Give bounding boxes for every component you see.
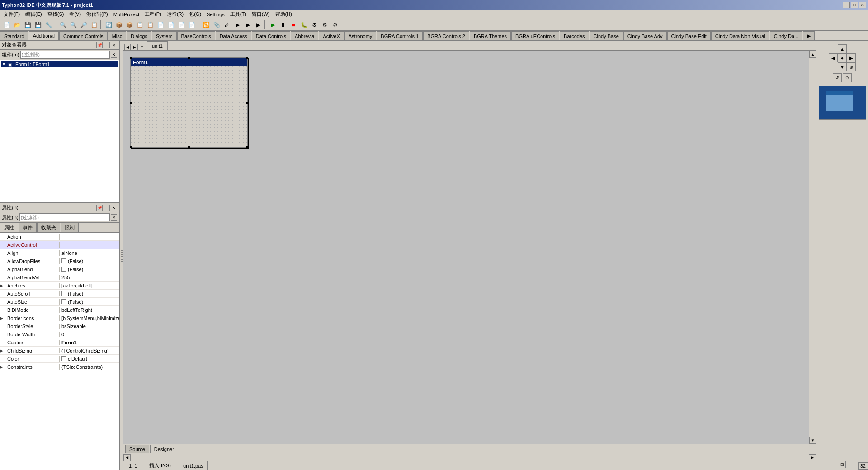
prop-row-bidimode[interactable]: BiDiMode bdLeftToRight bbox=[0, 306, 119, 314]
tb-7[interactable]: 🔎 bbox=[79, 20, 89, 30]
prop-row-childsizing[interactable]: ▶ ChildSizing (TControlChildSizing) bbox=[0, 347, 119, 355]
prop-row-action[interactable]: Action bbox=[0, 233, 119, 241]
nav-left-btn[interactable]: ◀ bbox=[829, 53, 838, 62]
tb-22[interactable]: ▶ bbox=[243, 20, 253, 30]
nav-down-btn[interactable]: ▼ bbox=[838, 62, 847, 71]
prop-row-borderwidth[interactable]: BorderWidth 0 bbox=[0, 330, 119, 338]
tb-new[interactable]: 📄 bbox=[2, 20, 12, 30]
tb-19[interactable]: 📎 bbox=[212, 20, 222, 30]
tb-run[interactable]: ▶ bbox=[268, 20, 278, 30]
menu-view[interactable]: 看(V) bbox=[66, 10, 84, 19]
tab-additional[interactable]: Additional bbox=[29, 31, 59, 40]
prop-row-color[interactable]: Color clDefault bbox=[0, 355, 119, 363]
tab-nav-list[interactable]: ▼ bbox=[139, 44, 145, 50]
nav-expand-btn[interactable]: ⊕ bbox=[847, 62, 856, 71]
tab-more[interactable]: ▶ bbox=[803, 31, 815, 40]
props-filter-clear[interactable]: ✕ bbox=[111, 214, 117, 221]
prop-row-borderstyle[interactable]: BorderStyle bsSizeable bbox=[0, 322, 119, 330]
tab-nav-left[interactable]: ◀ bbox=[124, 44, 131, 50]
scroll-down-btn[interactable]: ▼ bbox=[809, 437, 816, 444]
selection-handle-br[interactable] bbox=[246, 146, 248, 148]
tb-saveall[interactable]: 💾 bbox=[33, 20, 43, 30]
tab-source[interactable]: Source bbox=[125, 445, 149, 453]
tb-10[interactable]: 📦 bbox=[114, 20, 124, 30]
tab-unit1[interactable]: unit1 bbox=[147, 41, 168, 50]
props-close-btn[interactable]: ✕ bbox=[111, 205, 117, 211]
tab-misc[interactable]: Misc bbox=[108, 31, 127, 40]
tb-9[interactable]: 🔄 bbox=[104, 20, 113, 30]
tb-5[interactable]: 🔍 bbox=[58, 20, 68, 30]
menu-run[interactable]: 运行(R) bbox=[164, 10, 186, 19]
menu-window[interactable]: 窗口(W) bbox=[249, 10, 273, 19]
minimize-button[interactable]: — bbox=[843, 2, 850, 8]
prop-row-autoscroll[interactable]: AutoScroll (False) bbox=[0, 290, 119, 298]
tb-18[interactable]: 🔁 bbox=[201, 20, 211, 30]
menu-package[interactable]: 包(G) bbox=[186, 10, 204, 19]
scroll-right-btn[interactable]: ▶ bbox=[809, 454, 816, 461]
checkbox-autoscroll[interactable] bbox=[61, 291, 66, 296]
prop-row-constraints[interactable]: ▶ Constraints (TSizeConstraints) bbox=[0, 363, 119, 371]
tb-15[interactable]: 📄 bbox=[166, 20, 176, 30]
scroll-left-btn[interactable]: ◀ bbox=[123, 454, 131, 461]
tab-standard[interactable]: Standard bbox=[0, 31, 28, 40]
tab-cindy-base[interactable]: Cindy Base bbox=[590, 31, 623, 40]
selection-handle-ml[interactable] bbox=[130, 102, 132, 104]
menu-tools[interactable]: 工具(T) bbox=[227, 10, 249, 19]
props-tab-favorites[interactable]: 收藏夹 bbox=[37, 223, 60, 232]
form1-container[interactable]: Form1 bbox=[130, 57, 248, 148]
props-tab-properties[interactable]: 属性 bbox=[0, 223, 18, 232]
right-scroll-indicator[interactable]: ⊡ bbox=[839, 461, 846, 468]
tb-4[interactable]: 🔧 bbox=[43, 20, 53, 30]
checkbox-allowdrop[interactable] bbox=[61, 258, 66, 263]
form-body[interactable] bbox=[131, 66, 247, 147]
obj-pin-btn[interactable]: 📌 bbox=[96, 42, 103, 48]
selection-handle-tm[interactable] bbox=[188, 57, 190, 59]
menu-multiproject[interactable]: MultiProject bbox=[111, 11, 142, 18]
tab-basecontrols[interactable]: BaseControls bbox=[177, 31, 215, 40]
menu-project[interactable]: 工程(P) bbox=[142, 10, 164, 19]
props-pin-btn[interactable]: 📌 bbox=[96, 205, 103, 211]
tab-designer[interactable]: Designer bbox=[150, 445, 178, 453]
tb-17[interactable]: 📄 bbox=[187, 20, 197, 30]
tb-open[interactable]: 📂 bbox=[12, 20, 22, 30]
tb-25[interactable]: ⚙ bbox=[309, 20, 319, 30]
tab-astronomy[interactable]: Astronomy bbox=[344, 31, 377, 40]
tree-item-form1[interactable]: ▼ ▣ Form1: TForm1 bbox=[1, 61, 118, 67]
tab-data-controls[interactable]: Data Controls bbox=[252, 31, 290, 40]
tab-bgra2[interactable]: BGRA Controls 2 bbox=[423, 31, 469, 40]
prop-row-align[interactable]: Align alNone bbox=[0, 249, 119, 257]
tb-save[interactable]: 💾 bbox=[23, 20, 33, 30]
selection-handle-tl[interactable] bbox=[130, 57, 132, 59]
tb-23[interactable]: ▶ bbox=[253, 20, 263, 30]
tb-11[interactable]: 📦 bbox=[124, 20, 134, 30]
selection-handle-bl[interactable] bbox=[130, 146, 132, 148]
tb-12[interactable]: 📋 bbox=[135, 20, 145, 30]
close-button[interactable]: ✕ bbox=[859, 2, 866, 8]
tab-cindy-data[interactable]: Cindy Data Non-Visual bbox=[711, 31, 769, 40]
selection-handle-mr[interactable] bbox=[246, 102, 248, 104]
obj-close-btn[interactable]: ✕ bbox=[111, 42, 117, 48]
checkbox-autosize[interactable] bbox=[61, 299, 66, 304]
props-tab-restrictions[interactable]: 限制 bbox=[61, 223, 79, 232]
prop-row-allowdrop[interactable]: AllowDropFiles (False) bbox=[0, 257, 119, 265]
object-filter-clear[interactable]: ✕ bbox=[111, 52, 117, 58]
props-tab-events[interactable]: 事件 bbox=[19, 223, 37, 232]
tab-bgra-ue[interactable]: BGRA uEControls bbox=[511, 31, 559, 40]
tab-dialogs[interactable]: Dialogs bbox=[127, 31, 151, 40]
prop-row-caption[interactable]: Caption Form1 bbox=[0, 338, 119, 347]
menu-edit[interactable]: 编辑(E) bbox=[23, 10, 45, 19]
tab-common-controls[interactable]: Common Controls bbox=[59, 31, 108, 40]
tab-activex[interactable]: ActiveX bbox=[319, 31, 344, 40]
tb-13[interactable]: 📋 bbox=[145, 20, 155, 30]
obj-minimize-btn[interactable]: _ bbox=[104, 42, 110, 48]
scroll-up-btn[interactable]: ▲ bbox=[809, 51, 816, 58]
color-swatch[interactable] bbox=[61, 356, 66, 361]
props-filter-input[interactable] bbox=[19, 213, 110, 221]
selection-handle-tr[interactable] bbox=[246, 57, 248, 59]
nav-center-btn[interactable]: ● bbox=[838, 53, 847, 62]
vertical-resize-strip[interactable] bbox=[120, 41, 123, 470]
prop-row-bordericons[interactable]: ▶ BorderIcons [biSystemMenu,biMinimize,b… bbox=[0, 314, 119, 322]
tab-bgra1[interactable]: BGRA Controls 1 bbox=[377, 31, 423, 40]
tab-nav-right[interactable]: ▶ bbox=[132, 44, 138, 50]
tb-8[interactable]: 📋 bbox=[89, 20, 99, 30]
